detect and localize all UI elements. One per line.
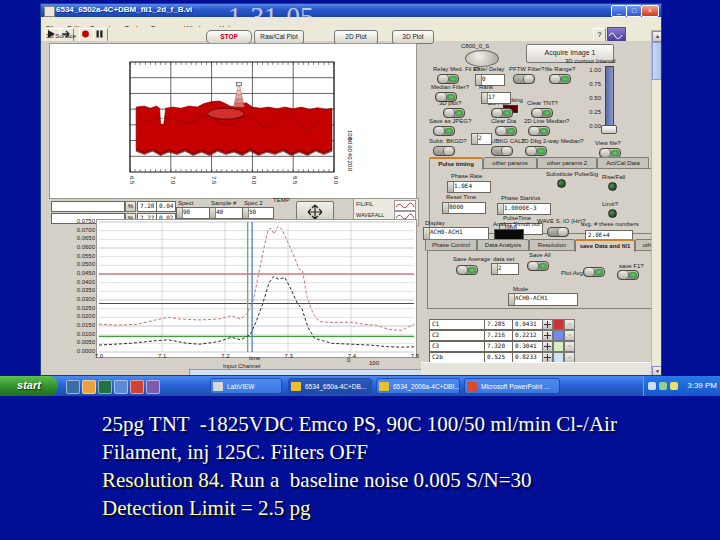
spin-arrows-icon[interactable] bbox=[472, 134, 478, 144]
numeric-label-1: Sample # bbox=[211, 200, 236, 206]
toggle-save-all[interactable] bbox=[527, 261, 549, 271]
analog-label: Analog Simult out bbox=[493, 221, 540, 227]
legend-row[interactable]: FIL/FIL bbox=[354, 199, 418, 210]
green-indicator bbox=[445, 128, 453, 134]
toggle-knob bbox=[529, 262, 539, 270]
toggle-2d-dbg-2-way-median-[interactable] bbox=[525, 146, 547, 156]
scrollbar-thumb[interactable] bbox=[652, 42, 662, 80]
toggle-save-average[interactable] bbox=[456, 265, 478, 275]
spin-arrows-icon[interactable] bbox=[498, 204, 504, 214]
minimize-button[interactable]: _ bbox=[611, 5, 627, 17]
mode-select[interactable]: ACH0-ACH1 bbox=[508, 293, 578, 306]
toggle-subkg-cal-[interactable] bbox=[491, 146, 513, 156]
cursor-crosshair-button[interactable] bbox=[542, 341, 553, 352]
toggle-pftw-filter-[interactable] bbox=[513, 74, 535, 84]
action-button-3d-plot[interactable]: 3D Plot bbox=[392, 30, 434, 44]
toggle-2d-line-median-[interactable] bbox=[528, 126, 550, 136]
cursor-style-button[interactable] bbox=[553, 330, 564, 341]
labview-logo-icon bbox=[607, 27, 626, 42]
cursor-style-button[interactable] bbox=[553, 319, 564, 330]
taskbar-task-4[interactable]: Microsoft PowerPoint ... bbox=[464, 378, 560, 394]
spin-arrows-icon[interactable] bbox=[509, 294, 515, 305]
toggle-clear-dia[interactable] bbox=[495, 126, 517, 136]
toggle-relay-med-fil-1-[interactable] bbox=[437, 74, 459, 84]
maximize-button[interactable]: □ bbox=[626, 5, 642, 17]
toggle-save-f1-[interactable] bbox=[617, 270, 639, 280]
dataset-input[interactable]: 2 bbox=[491, 263, 519, 275]
green-indicator bbox=[449, 76, 457, 82]
cursor-crosshair-button[interactable] bbox=[542, 330, 553, 341]
field-input[interactable]: 1.0E4 bbox=[447, 181, 491, 193]
taskbar-task-3[interactable]: 6534_2006a-4C+DBf... bbox=[376, 378, 460, 394]
cursor-row-name[interactable]: C2 bbox=[429, 330, 485, 341]
spin-arrows-icon[interactable] bbox=[492, 264, 498, 274]
slide-date-text: 1-31-05 bbox=[228, 2, 313, 33]
mail-icon[interactable] bbox=[130, 380, 144, 394]
slider-track[interactable] bbox=[605, 66, 614, 132]
wave-io-toggle[interactable] bbox=[547, 227, 569, 237]
spin-arrows-icon[interactable] bbox=[482, 93, 488, 103]
y-axis-tick: 0.0050 bbox=[65, 339, 95, 346]
front-panel: STOPRaw/Cal Plot2D Plot3D Plot3D Surface… bbox=[41, 41, 662, 376]
spin-arrows-icon[interactable] bbox=[177, 208, 183, 218]
close-button[interactable]: × bbox=[641, 5, 659, 17]
ie-icon[interactable] bbox=[66, 380, 80, 394]
display-label: Display bbox=[425, 220, 445, 226]
window-titlebar[interactable]: 6534_6502a-4C+DBM_fil1_2d_f_B.vi _ □ × bbox=[41, 4, 662, 17]
cursor-pin-button[interactable]: ◦ bbox=[564, 319, 575, 330]
spin-arrows-icon[interactable] bbox=[243, 208, 249, 218]
taskbar-task-2[interactable]: 6534_650a-4C+DB... bbox=[288, 378, 372, 394]
vertical-scrollbar[interactable] bbox=[651, 30, 662, 376]
toggle-plot-avg-[interactable] bbox=[583, 267, 605, 277]
numeric-input-0[interactable]: 90 bbox=[176, 207, 210, 219]
cursor-pin-button[interactable]: ◦ bbox=[564, 341, 575, 352]
cursor-row-name[interactable]: C3 bbox=[429, 341, 485, 352]
cursor-pin-button[interactable]: ◦ bbox=[564, 330, 575, 341]
scroll-down-button[interactable]: ▼ bbox=[652, 366, 662, 376]
abort-button[interactable] bbox=[79, 28, 94, 42]
field-input[interactable]: 8000 bbox=[442, 202, 486, 214]
y-axis-tick: 0.0250 bbox=[65, 305, 95, 312]
toggle-3d-plot-[interactable] bbox=[443, 108, 465, 118]
toggle-knob bbox=[445, 109, 455, 117]
toggle-label: 2D Dbg 2-way Median? bbox=[521, 138, 584, 144]
cursor-name-input[interactable] bbox=[51, 201, 125, 212]
scroll-up-button[interactable]: ▲ bbox=[652, 31, 662, 42]
surface-z-tick: 80 bbox=[347, 138, 353, 145]
spin-arrows-icon[interactable] bbox=[210, 208, 216, 218]
toggle-cal-plot-[interactable] bbox=[491, 108, 513, 118]
spin-arrows-icon[interactable] bbox=[448, 182, 454, 192]
desktop-icon[interactable] bbox=[114, 380, 128, 394]
cursor-style-button[interactable] bbox=[553, 341, 564, 352]
toggle-subtr-bkgd-[interactable] bbox=[433, 146, 455, 156]
cursor-lock-button[interactable]: % bbox=[125, 201, 136, 212]
slider-handle[interactable] bbox=[601, 125, 617, 134]
toggle-file-range-[interactable] bbox=[549, 74, 571, 84]
panel-numeric-input[interactable]: 2 bbox=[471, 133, 492, 145]
toggle-knob bbox=[458, 266, 468, 274]
field-input[interactable]: 1.0000E-3 bbox=[497, 203, 551, 215]
excel-icon[interactable] bbox=[98, 380, 112, 394]
spin-arrows-icon[interactable] bbox=[443, 203, 449, 213]
dial-knob[interactable] bbox=[465, 50, 499, 67]
taskbar-clock: 3:39 PM bbox=[687, 381, 717, 390]
folder-icon[interactable] bbox=[82, 380, 96, 394]
toggle-clear-tnt-[interactable] bbox=[531, 108, 553, 118]
cursor-crosshair-button[interactable] bbox=[542, 319, 553, 330]
tab-pulse-timing[interactable]: Pulse timing bbox=[429, 157, 483, 170]
numeric-input-2[interactable]: 50 bbox=[242, 207, 274, 219]
start-button[interactable]: start bbox=[0, 376, 58, 396]
panel-numeric-input[interactable]: 17 bbox=[481, 92, 511, 104]
action-button-2d-plot[interactable]: 2D Plot bbox=[334, 30, 378, 44]
media-icon[interactable] bbox=[146, 380, 160, 394]
taskbar-task-1[interactable]: LabVIEW bbox=[210, 378, 282, 394]
help-button[interactable]: ? bbox=[593, 28, 606, 42]
cursor-row-name[interactable]: C1 bbox=[429, 319, 485, 330]
numeric-input-1[interactable]: 40 bbox=[209, 207, 243, 219]
tab-save-data-and-fil1[interactable]: save Data and fil1 bbox=[575, 239, 635, 252]
spin-arrows-icon[interactable] bbox=[424, 228, 430, 239]
surface-x-tick: 9.0 bbox=[333, 176, 339, 185]
pause-button[interactable] bbox=[93, 28, 108, 42]
task-icon bbox=[379, 382, 389, 391]
toggle-save-as-jpeg-[interactable] bbox=[433, 126, 455, 136]
